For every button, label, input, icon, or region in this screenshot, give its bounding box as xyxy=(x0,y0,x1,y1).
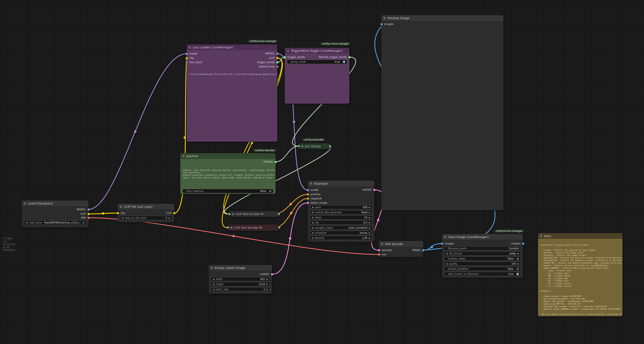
output-port-string[interactable]: STRING xyxy=(263,160,277,164)
output-port-filtered-trigger-words[interactable]: filtered_trigger_words xyxy=(319,55,351,59)
stepper-right-arrow-icon[interactable]: ▶ xyxy=(266,278,268,280)
vae-port-dot[interactable] xyxy=(378,253,380,256)
combo-left-arrow-icon[interactable]: ◀ xyxy=(312,227,313,229)
node-title-bar[interactable]: KSampler xyxy=(308,181,374,186)
stepper-right-arrow-icon[interactable]: ▶ xyxy=(169,217,170,219)
toggle-knob[interactable] xyxy=(516,268,519,270)
sampler-name-combo[interactable]: ◀sampler_nameeuler_ancestral▶ xyxy=(310,226,372,230)
input-port-samples[interactable]: samples xyxy=(378,248,392,252)
collapsed-output-dot[interactable] xyxy=(329,145,331,147)
image-port-dot[interactable] xyxy=(380,23,383,26)
stepper-left-arrow-icon[interactable]: ◀ xyxy=(446,263,448,265)
stepper-right-arrow-icon[interactable]: ▶ xyxy=(369,206,370,208)
ckpt-name-combo[interactable]: ◀ ckpt_name il\waiNSFWIllustrious_v110.s… xyxy=(24,220,86,225)
link-dot[interactable] xyxy=(293,121,295,123)
input-port-clip[interactable]: clip xyxy=(186,56,194,60)
link-dot[interactable] xyxy=(232,235,235,237)
output-port-model[interactable]: MODEL xyxy=(76,208,90,211)
collapse-dot[interactable] xyxy=(381,243,383,245)
node-preview-image[interactable]: Preview Image images xyxy=(382,15,504,210)
node-ksampler[interactable]: KSampler model positive negative latent_… xyxy=(308,181,374,242)
clip-port-dot[interactable] xyxy=(276,57,278,59)
node-title-bar[interactable]: Load Checkpoint xyxy=(22,200,88,206)
node-clip-text-encode-negative[interactable]: CLIP Text Encode (Pr xyxy=(228,224,279,231)
collapsed-output-dot[interactable] xyxy=(278,226,280,228)
combo-right-arrow-icon[interactable]: ▶ xyxy=(83,222,84,224)
width-stepper[interactable]: ◀width832▶ xyxy=(211,277,270,281)
lora-syntax-text[interactable]: <lora:CreateConcept_Illustrious:0.8> <lo… xyxy=(189,73,277,76)
link-dot[interactable] xyxy=(290,212,292,214)
combo-left-arrow-icon[interactable]: ◀ xyxy=(312,232,313,234)
collapse-dot[interactable] xyxy=(232,213,234,215)
latent-port-dot[interactable] xyxy=(307,202,309,204)
output-port-model[interactable]: MODEL xyxy=(265,52,278,56)
node-positive-prompt[interactable]: positive STRING highres, very detailed, … xyxy=(180,153,276,194)
stepper-left-arrow-icon[interactable]: ◀ xyxy=(312,206,313,208)
input-port-vae[interactable]: vae xyxy=(378,252,386,256)
link-dot[interactable] xyxy=(251,142,253,144)
node-note[interactable]: Note Available filename_prefix Pattern C… xyxy=(538,233,622,316)
vae-port-dot[interactable] xyxy=(88,217,90,219)
conditioning-port-dot[interactable] xyxy=(307,198,309,200)
node-triggerword-toggle[interactable]: TriggerWord Toggle (LoraManager) trigger… xyxy=(285,48,350,104)
filtered-trigger-words-port-dot[interactable] xyxy=(348,56,351,58)
node-title-bar[interactable]: Save Image (LoraManager) xyxy=(442,234,523,240)
input-port-lora-stack[interactable]: lora_stack xyxy=(186,60,202,64)
link-dot[interactable] xyxy=(184,136,186,139)
collapse-dot[interactable] xyxy=(384,17,386,19)
scheduler-combo[interactable]: ◀schedulerkarras▶ xyxy=(310,231,372,235)
stepper-left-arrow-icon[interactable]: ◀ xyxy=(312,216,313,218)
latent-port-dot[interactable] xyxy=(373,189,376,191)
loaded-loras-port-dot[interactable] xyxy=(276,66,278,68)
node-title-bar[interactable]: VAE Decode xyxy=(379,241,423,247)
seed-stepper[interactable]: ◀seed409▶ xyxy=(310,205,372,209)
stepper-right-arrow-icon[interactable]: ▶ xyxy=(266,283,268,285)
node-empty-latent-image[interactable]: Empty Latent Image LATENT ◀width832▶ ◀he… xyxy=(208,265,272,294)
link-dot[interactable] xyxy=(289,237,292,240)
collapse-dot[interactable] xyxy=(211,267,213,269)
clip-port-dot[interactable] xyxy=(173,212,176,214)
output-port-latent[interactable]: LATENT xyxy=(362,188,376,192)
link-dot[interactable] xyxy=(377,219,380,221)
stepper-left-arrow-icon[interactable]: ◀ xyxy=(312,237,313,239)
output-port-image[interactable]: IMAGE xyxy=(412,248,424,252)
input-port-images[interactable]: images xyxy=(441,242,454,246)
node-vae-decode[interactable]: VAE Decode samples vae IMAGE xyxy=(379,241,423,257)
collapse-dot[interactable] xyxy=(189,46,191,48)
collapse-dot[interactable] xyxy=(182,155,184,157)
trigger-words-port-dot[interactable] xyxy=(276,61,278,64)
node-save-image[interactable]: Save Image (LoraManager) images images f… xyxy=(442,234,523,278)
image-port-dot[interactable] xyxy=(522,242,524,245)
toggle-knob[interactable] xyxy=(343,60,345,63)
node-title-bar[interactable]: TriggerWord Toggle (LoraManager) xyxy=(285,48,350,54)
link-dot[interactable] xyxy=(134,130,136,133)
filename-prefix-field[interactable]: filename_prefixComfyUI xyxy=(444,246,521,250)
node-clip-text-encode-positive[interactable]: CLIP Text Encode (Pr xyxy=(229,211,279,217)
clip-port-dot[interactable] xyxy=(117,212,119,214)
collapsed-input-dot[interactable] xyxy=(227,226,229,228)
steps-stepper[interactable]: ◀steps20▶ xyxy=(310,216,372,220)
strip-newlines-toggle[interactable]: strip_newlines false xyxy=(182,189,274,193)
node-title-bar[interactable]: positive xyxy=(180,153,276,159)
combo-right-arrow-icon[interactable]: ▶ xyxy=(369,227,370,229)
node-title-bar[interactable]: Note xyxy=(538,233,622,239)
collapse-dot[interactable] xyxy=(301,145,303,147)
combo-left-arrow-icon[interactable]: ◀ xyxy=(312,211,313,214)
clip-port-dot[interactable] xyxy=(88,213,90,215)
model-port-dot[interactable] xyxy=(88,208,90,211)
stepper-right-arrow-icon[interactable]: ▶ xyxy=(369,222,370,224)
combo-left-arrow-icon[interactable]: ◀ xyxy=(26,222,27,224)
quality-stepper[interactable]: ◀quality100▶ xyxy=(444,262,521,266)
output-port-latent[interactable]: LATENT xyxy=(260,272,273,276)
embed-workflow-toggle[interactable]: embed_workflowfalse xyxy=(444,267,521,271)
control-after-generate-combo[interactable]: ◀control after generatefixed▶ xyxy=(310,210,372,214)
output-port-vae[interactable]: VAE xyxy=(81,216,90,220)
node-clip-set-last-layer[interactable]: CLIP Set Last Layer clip CLIP ◀ stop_at_… xyxy=(118,204,174,222)
output-port-clip[interactable]: CLIP xyxy=(166,211,176,215)
stepper-right-arrow-icon[interactable]: ▶ xyxy=(369,237,370,239)
collapse-dot[interactable] xyxy=(230,227,232,229)
toggle-knob[interactable] xyxy=(269,190,272,192)
stepper-right-arrow-icon[interactable]: ▶ xyxy=(266,288,268,290)
collapse-dot[interactable] xyxy=(120,206,122,208)
image-port-dot[interactable] xyxy=(441,242,443,245)
